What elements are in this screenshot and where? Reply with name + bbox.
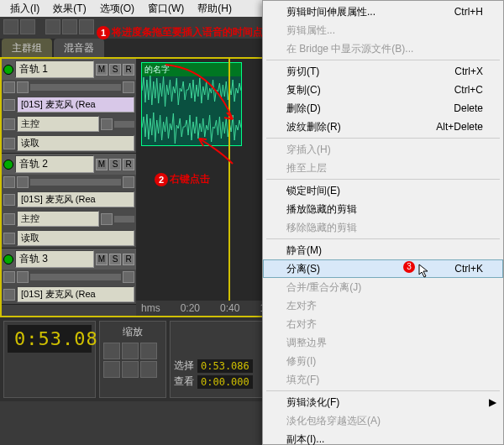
zoom-panel: 缩放 <box>99 321 166 398</box>
sel-value: 0:53.086 <box>197 359 253 373</box>
bus-arrow-icon[interactable] <box>3 118 15 130</box>
view-value: 0:00.000 <box>197 375 253 389</box>
menu-mute[interactable]: 静音(M) <box>263 241 503 259</box>
volume-icon[interactable] <box>17 81 29 93</box>
track-3: 音轨 3 M S R [01S] 麦克风 (Rea <box>2 249 136 305</box>
menu-clip-props: 剪辑属性... <box>263 21 503 39</box>
menu-lock-time[interactable]: 锁定时间(E) <box>263 181 503 200</box>
record-button[interactable]: R <box>123 254 134 265</box>
record-arm-icon[interactable] <box>3 254 13 264</box>
input-arrow-icon[interactable] <box>3 194 15 206</box>
input-arrow-icon[interactable] <box>3 289 15 301</box>
sel-label: 选择 <box>174 359 194 373</box>
mute-button[interactable]: M <box>96 64 108 76</box>
menu-align-left: 左对齐 <box>263 296 503 315</box>
bus-field[interactable]: 主控 <box>17 116 99 132</box>
tool-paste-icon[interactable] <box>79 19 94 34</box>
menu-window[interactable]: 窗口(W) <box>141 0 191 18</box>
pan-icon[interactable] <box>101 118 113 130</box>
more-icon[interactable] <box>123 176 134 188</box>
menu-stretch-props[interactable]: 剪辑时间伸展属性...Ctrl+H <box>263 3 503 21</box>
annotation-1-text: 将进度条拖至要插入语音的时间点 <box>112 25 263 39</box>
menu-effect[interactable]: 效果(T) <box>46 0 92 18</box>
tab-mixer[interactable]: 混音器 <box>54 39 104 57</box>
annotation-arrow-1 <box>161 60 237 128</box>
ruler-unit: hms <box>141 302 160 314</box>
tracks-panel: 音轨 1 M S R [01S] 麦克风 (Rea 主控 读取 音轨 2 M S… <box>2 59 136 316</box>
tab-main-group[interactable]: 主群组 <box>2 39 52 57</box>
record-arm-icon[interactable] <box>3 65 13 75</box>
read-field[interactable]: 读取 <box>17 135 134 151</box>
menu-split[interactable]: 分离(S)Ctrl+K 3 <box>263 259 503 278</box>
menu-duplicate[interactable]: 副本(I)... <box>263 430 503 445</box>
context-menu: 剪辑时间伸展属性...Ctrl+H 剪辑属性... 在 Bridge 中显示源文… <box>262 0 504 445</box>
menu-help[interactable]: 帮助(H) <box>191 0 239 18</box>
zoom-out-icon[interactable] <box>122 343 139 359</box>
menu-remove-hidden: 移除隐藏的剪辑 <box>263 218 503 237</box>
menu-copy[interactable]: 复制(C)Ctrl+C <box>263 81 503 99</box>
solo-button[interactable]: S <box>109 254 121 265</box>
menu-separator <box>266 238 500 239</box>
expand-icon[interactable] <box>3 81 15 93</box>
menu-options[interactable]: 选项(O) <box>93 0 141 18</box>
expand-icon[interactable] <box>3 176 15 188</box>
menu-delete[interactable]: 删除(D)Delete <box>263 99 503 118</box>
view-label: 查看 <box>174 374 194 389</box>
input-arrow-icon[interactable] <box>3 99 15 111</box>
track-name-field[interactable]: 音轨 1 <box>15 60 94 78</box>
ruler-tick: 0:20 <box>181 302 200 314</box>
record-arm-icon[interactable] <box>3 160 13 170</box>
track-2: 音轨 2 M S R [01S] 麦克风 (Rea 主控 读取 <box>2 154 136 249</box>
solo-button[interactable]: S <box>109 64 121 76</box>
submenu-arrow-icon: ▶ <box>489 395 496 409</box>
record-button[interactable]: R <box>123 159 134 170</box>
menu-ripple-delete[interactable]: 波纹删除(R)Alt+Delete <box>263 118 503 136</box>
menu-fill: 填充(F) <box>263 370 503 389</box>
record-button[interactable]: R <box>123 64 134 76</box>
annotation-3-badge: 3 <box>403 261 415 273</box>
more-icon[interactable] <box>123 81 134 93</box>
cursor-icon <box>418 264 430 279</box>
menu-clip-fade[interactable]: 剪辑淡化(F)▶ <box>263 393 503 411</box>
menu-adjust-bounds: 调整边界 <box>263 333 503 352</box>
solo-button[interactable]: S <box>109 159 121 170</box>
tool-select-icon[interactable] <box>3 19 18 34</box>
menu-separator <box>266 390 500 391</box>
menu-fade-envelope: 淡化包络穿越选区(A) <box>263 411 503 430</box>
input-field[interactable]: [01S] 麦克风 (Rea <box>17 191 134 207</box>
tool-play-icon[interactable] <box>20 19 35 34</box>
annotation-1-badge: 1 <box>97 26 110 39</box>
menu-cut[interactable]: 剪切(T)Ctrl+X <box>263 62 503 81</box>
input-field[interactable]: [01S] 麦克风 (Rea <box>17 97 134 113</box>
menu-play-hidden[interactable]: 播放隐藏的剪辑 <box>263 200 503 218</box>
zoom-v-icon[interactable] <box>122 361 139 378</box>
menu-insert[interactable]: 插入(I) <box>3 0 46 18</box>
menu-push-up: 推至上层 <box>263 159 503 177</box>
zoom-in-icon[interactable] <box>103 343 120 359</box>
zoom-h-icon[interactable] <box>103 361 120 378</box>
tool-copy-icon[interactable] <box>62 19 77 34</box>
annotation-1: 1 将进度条拖至要插入语音的时间点 <box>97 25 263 39</box>
volume-icon[interactable] <box>17 176 29 188</box>
mute-button[interactable]: M <box>96 159 108 170</box>
mute-button[interactable]: M <box>96 254 108 265</box>
track-name-field[interactable]: 音轨 3 <box>15 250 94 268</box>
menu-align-right: 右对齐 <box>263 315 503 333</box>
track-name-field[interactable]: 音轨 2 <box>15 155 94 173</box>
expand-icon[interactable] <box>3 271 15 283</box>
annotation-2-text: 右键点击 <box>170 172 210 186</box>
read-field[interactable]: 读取 <box>17 230 134 246</box>
volume-icon[interactable] <box>17 271 29 283</box>
more-icon[interactable] <box>123 271 134 283</box>
zoom-fit-icon[interactable] <box>140 343 157 359</box>
tool-cut-icon[interactable] <box>45 19 60 34</box>
pan-icon[interactable] <box>101 213 113 225</box>
input-field[interactable]: [01S] 麦克风 (Rea <box>17 286 134 302</box>
bus-field[interactable]: 主控 <box>17 211 99 227</box>
menu-crossfade-insert: 穿插入(H) <box>263 140 503 159</box>
bus-arrow-icon[interactable] <box>3 213 15 225</box>
read-arrow-icon[interactable] <box>3 138 15 149</box>
zoom-sel-icon[interactable] <box>140 361 157 378</box>
read-arrow-icon[interactable] <box>3 233 15 244</box>
zoom-title: 缩放 <box>103 325 162 339</box>
